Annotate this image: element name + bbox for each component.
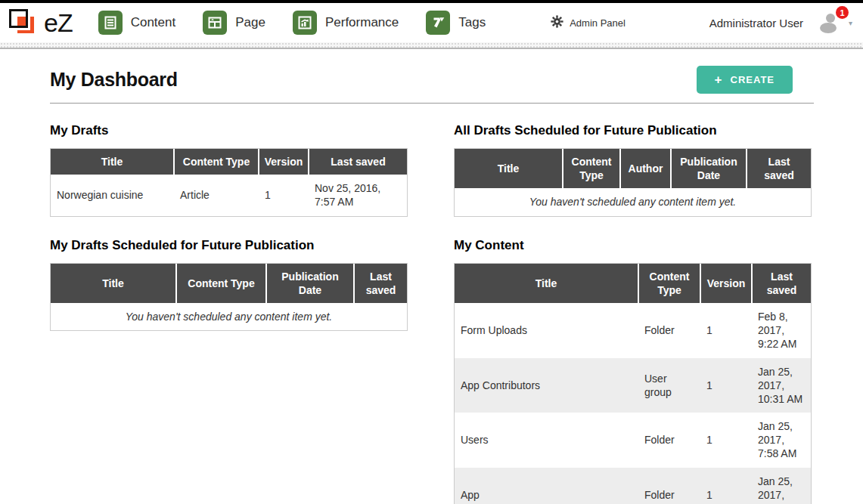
cell-content-type: Folder <box>638 468 700 504</box>
column-header: Version <box>259 149 309 175</box>
column-header: Title <box>51 149 174 175</box>
table-row[interactable]: Norwegian cuisine Article 1 Nov 25, 2016… <box>51 175 407 215</box>
nav-item-tags[interactable]: Tags <box>426 11 486 35</box>
nav-item-performance[interactable]: Performance <box>293 11 399 35</box>
cell-content-type: Article <box>174 175 259 215</box>
cell-version: 1 <box>700 303 752 358</box>
user-menu[interactable]: Administrator User 1 ▾ <box>709 11 852 34</box>
table-row[interactable]: Form Uploads Folder 1 Feb 8, 2017, 9:22 … <box>455 303 811 358</box>
admin-panel-menu[interactable]: Admin Panel <box>551 15 626 31</box>
performance-icon <box>293 11 317 35</box>
cell-title: App Contributors <box>455 358 638 413</box>
cell-title: Norwegian cuisine <box>51 175 174 215</box>
cell-last-saved: Jan 25, 2017, 10:31 AM <box>752 358 811 413</box>
create-button-label: CREATE <box>731 74 775 85</box>
my-drafts-scheduled-heading: My Drafts Scheduled for Future Publicati… <box>50 238 408 253</box>
cell-content-type: Folder <box>638 413 700 468</box>
column-header: Content Type <box>176 264 266 303</box>
section-my-content: My Content Title Content Type Version La… <box>454 238 812 504</box>
nav-label-tags: Tags <box>458 15 486 30</box>
page-title: My Dashboard <box>50 69 178 91</box>
column-header: Content Type <box>638 264 700 303</box>
column-header: Last saved <box>354 264 407 303</box>
ez-logo-text: eZ <box>44 8 73 38</box>
ez-logo-mark-icon <box>8 8 41 38</box>
cell-title: App <box>455 468 638 504</box>
column-header: Version <box>700 264 752 303</box>
tags-icon <box>426 11 450 35</box>
create-button[interactable]: + CREATE <box>697 66 793 94</box>
avatar[interactable]: 1 <box>815 11 843 34</box>
column-header: Title <box>51 264 176 303</box>
my-drafts-scheduled-table: Title Content Type Publication Date Last… <box>51 264 407 331</box>
cell-version: 1 <box>259 175 309 215</box>
column-header: Title <box>455 149 563 188</box>
my-content-heading: My Content <box>454 238 812 253</box>
cell-version: 1 <box>700 358 752 413</box>
column-header: Last saved <box>752 264 811 303</box>
column-header: Publication Date <box>266 264 354 303</box>
page-icon <box>203 11 227 35</box>
column-header: Publication Date <box>671 149 747 188</box>
column-header: Last saved <box>309 149 407 175</box>
all-drafts-scheduled-heading: All Drafts Scheduled for Future Publicat… <box>454 123 812 138</box>
section-my-drafts: My Drafts Title Content Type Version Las… <box>50 123 408 217</box>
all-drafts-scheduled-table: Title Content Type Author Publication Da… <box>455 149 811 216</box>
user-name: Administrator User <box>709 17 803 29</box>
nav-label-page: Page <box>235 15 265 30</box>
cell-last-saved: Jan 25, 2017, 7:55 AM <box>752 468 811 504</box>
column-header: Last saved <box>747 149 811 188</box>
cell-title: Form Uploads <box>455 303 638 358</box>
cell-content-type: Folder <box>638 303 700 358</box>
cell-last-saved: Jan 25, 2017, 7:58 AM <box>752 413 811 468</box>
column-header: Author <box>620 149 671 188</box>
ez-logo[interactable]: eZ <box>8 8 73 38</box>
cell-content-type: User group <box>638 358 700 413</box>
empty-state-row: You haven't scheduled any content item y… <box>51 303 407 330</box>
empty-state-message: You haven't scheduled any content item y… <box>51 303 407 330</box>
nav-label-content: Content <box>131 15 176 30</box>
plus-icon: + <box>715 73 723 86</box>
my-content-table: Title Content Type Version Last saved Fo… <box>455 264 811 504</box>
cell-title: Users <box>455 413 638 468</box>
top-navigation-bar: eZ Content Page Performance Tags <box>0 3 863 42</box>
admin-panel-label: Admin Panel <box>570 17 626 29</box>
content-icon <box>98 11 123 35</box>
column-header: Title <box>455 264 638 303</box>
table-row[interactable]: App Folder 1 Jan 25, 2017, 7:55 AM <box>455 468 811 504</box>
empty-state-row: You haven't scheduled any content item y… <box>455 188 811 215</box>
cell-version: 1 <box>700 468 752 504</box>
column-header: Content Type <box>174 149 259 175</box>
table-row[interactable]: Users Folder 1 Jan 25, 2017, 7:58 AM <box>455 413 811 468</box>
cell-last-saved: Nov 25, 2016, 7:57 AM <box>309 175 407 215</box>
my-drafts-heading: My Drafts <box>50 123 408 138</box>
dashboard-grid: My Drafts Title Content Type Version Las… <box>50 123 814 504</box>
column-header: Content Type <box>563 149 620 188</box>
cell-version: 1 <box>700 413 752 468</box>
nav-item-page[interactable]: Page <box>203 11 265 35</box>
section-all-drafts-scheduled: All Drafts Scheduled for Future Publicat… <box>454 123 812 217</box>
cell-last-saved: Feb 8, 2017, 9:22 AM <box>752 303 811 358</box>
nav-item-content[interactable]: Content <box>98 11 176 35</box>
section-my-drafts-scheduled: My Drafts Scheduled for Future Publicati… <box>50 238 408 332</box>
my-drafts-table: Title Content Type Version Last saved No… <box>51 149 407 216</box>
chevron-down-icon[interactable]: ▾ <box>849 19 852 27</box>
table-row[interactable]: App Contributors User group 1 Jan 25, 20… <box>455 358 811 413</box>
empty-state-message: You haven't scheduled any content item y… <box>455 188 811 215</box>
title-row: My Dashboard + CREATE <box>50 66 814 104</box>
gear-icon <box>551 15 563 31</box>
main-nav: Content Page Performance Tags <box>98 11 486 35</box>
notification-badge: 1 <box>836 6 849 19</box>
dashboard-main: My Dashboard + CREATE My Drafts Title Co… <box>0 49 863 504</box>
nav-label-performance: Performance <box>325 15 399 30</box>
header-separator <box>0 42 863 49</box>
